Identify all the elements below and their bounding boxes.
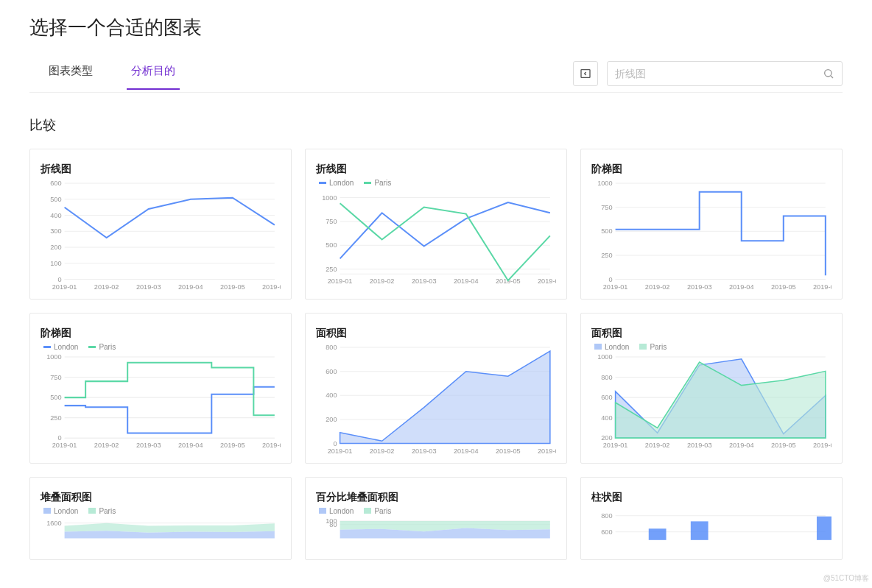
percent-stacked-area-chart: 80100	[316, 517, 556, 550]
legend-label: London	[329, 507, 354, 515]
legend: London Paris	[319, 507, 556, 515]
svg-text:600: 600	[601, 528, 612, 535]
chart-card[interactable]: 阶梯图 025050075010002019-012019-022019-032…	[580, 149, 843, 300]
collapse-button[interactable]	[573, 61, 598, 86]
svg-text:600: 600	[50, 180, 61, 187]
legend-label: Paris	[99, 507, 116, 515]
svg-text:2019-02: 2019-02	[645, 283, 670, 291]
svg-text:1000: 1000	[46, 353, 61, 361]
legend: London Paris	[43, 507, 281, 515]
tab-chart-type[interactable]: 图表类型	[44, 64, 97, 90]
svg-text:750: 750	[601, 204, 612, 211]
svg-rect-119	[817, 516, 831, 539]
svg-text:600: 600	[326, 368, 337, 375]
controls-row: 图表类型 分析目的	[29, 61, 843, 93]
svg-text:2019-02: 2019-02	[370, 447, 395, 455]
svg-text:2019-01: 2019-01	[328, 277, 353, 285]
chart-card[interactable]: 折线图 01002003004005006002019-012019-02201…	[29, 149, 292, 300]
tab-analysis-purpose[interactable]: 分析目的	[127, 64, 180, 90]
chart-card[interactable]: 折线图 London Paris 25050075010002019-01201…	[305, 149, 567, 300]
svg-text:2019-03: 2019-03	[687, 283, 712, 291]
svg-text:2019-02: 2019-02	[370, 277, 395, 285]
chart-title: 阶梯图	[591, 163, 831, 176]
legend-label: Paris	[99, 343, 116, 351]
svg-text:2019-05: 2019-05	[220, 442, 245, 449]
legend-label: London	[54, 343, 78, 351]
svg-text:0: 0	[333, 439, 337, 447]
svg-text:2019-03: 2019-03	[687, 442, 712, 449]
svg-text:2019-06: 2019-06	[813, 283, 831, 291]
step-chart-multi: 025050075010002019-012019-022019-032019-…	[41, 353, 281, 450]
svg-text:400: 400	[50, 212, 61, 219]
svg-text:400: 400	[601, 414, 612, 422]
svg-text:2019-02: 2019-02	[645, 442, 670, 449]
chart-card[interactable]: 阶梯图 London Paris 025050075010002019-0120…	[29, 313, 292, 464]
area-chart-multi: 20040060080010002019-012019-022019-03201…	[591, 353, 831, 450]
search-input[interactable]	[615, 68, 823, 79]
svg-text:2019-04: 2019-04	[454, 447, 479, 455]
svg-text:2019-06: 2019-06	[262, 442, 281, 449]
svg-text:1000: 1000	[322, 194, 337, 202]
svg-text:1000: 1000	[597, 180, 612, 187]
svg-text:200: 200	[50, 244, 61, 251]
tabs: 图表类型 分析目的	[29, 64, 180, 90]
chart-title: 百分比堆叠面积图	[316, 491, 556, 504]
svg-rect-117	[649, 528, 667, 539]
search-box[interactable]	[607, 61, 843, 86]
svg-text:2019-04: 2019-04	[729, 283, 754, 291]
svg-text:800: 800	[326, 344, 337, 351]
chart-title: 柱状图	[591, 491, 831, 504]
svg-text:2019-02: 2019-02	[94, 283, 119, 291]
chart-card[interactable]: 面积图 London Paris 20040060080010002019-01…	[580, 313, 843, 464]
svg-text:800: 800	[601, 511, 612, 519]
chart-grid: 折线图 01002003004005006002019-012019-02201…	[29, 149, 843, 560]
chart-title: 面积图	[316, 327, 556, 340]
chart-card[interactable]: 百分比堆叠面积图 London Paris 80100	[305, 477, 567, 560]
svg-text:800: 800	[601, 373, 612, 380]
chart-card[interactable]: 堆叠面积图 London Paris 1600	[29, 477, 292, 560]
svg-text:250: 250	[326, 266, 337, 273]
page-title: 选择一个合适的图表	[29, 15, 843, 40]
chart-title: 折线图	[41, 163, 281, 176]
chart-card[interactable]: 面积图 02004006008002019-012019-022019-0320…	[305, 313, 567, 464]
svg-text:2019-04: 2019-04	[454, 277, 479, 285]
svg-text:500: 500	[326, 241, 337, 249]
svg-text:2019-05: 2019-05	[771, 442, 796, 449]
svg-text:2019-03: 2019-03	[136, 283, 161, 291]
svg-text:2019-01: 2019-01	[603, 442, 628, 449]
svg-text:2019-03: 2019-03	[412, 447, 437, 455]
svg-text:2019-06: 2019-06	[262, 283, 281, 291]
svg-rect-0	[581, 70, 590, 78]
svg-text:0: 0	[57, 276, 61, 283]
svg-text:2019-01: 2019-01	[328, 447, 353, 455]
legend: London Paris	[319, 179, 556, 187]
svg-text:1600: 1600	[46, 519, 61, 526]
svg-text:2019-06: 2019-06	[538, 277, 556, 285]
legend: London Paris	[43, 343, 281, 351]
panel-collapse-icon	[580, 68, 591, 79]
svg-text:2019-02: 2019-02	[94, 442, 119, 449]
chart-card[interactable]: 柱状图 600800	[580, 477, 843, 560]
svg-text:250: 250	[50, 414, 61, 422]
chart-title: 堆叠面积图	[41, 491, 281, 504]
svg-text:2019-03: 2019-03	[412, 277, 437, 285]
svg-text:2019-03: 2019-03	[136, 442, 161, 449]
area-chart-single: 02004006008002019-012019-022019-032019-0…	[316, 343, 556, 456]
legend-label: London	[329, 179, 354, 187]
legend-label: Paris	[374, 507, 391, 515]
svg-text:2019-04: 2019-04	[178, 283, 203, 291]
svg-text:2019-01: 2019-01	[603, 283, 628, 291]
svg-text:600: 600	[601, 394, 612, 401]
svg-text:100: 100	[50, 260, 61, 267]
svg-text:2019-05: 2019-05	[771, 283, 796, 291]
svg-text:2019-01: 2019-01	[52, 283, 77, 291]
svg-text:2019-04: 2019-04	[729, 442, 754, 449]
svg-text:750: 750	[50, 373, 61, 380]
svg-text:2019-04: 2019-04	[178, 442, 203, 449]
svg-text:2019-05: 2019-05	[220, 283, 245, 291]
stacked-area-chart: 1600	[41, 517, 281, 550]
svg-text:2019-06: 2019-06	[538, 447, 556, 455]
svg-text:400: 400	[326, 392, 337, 399]
svg-text:2019-05: 2019-05	[496, 447, 521, 455]
legend-label: Paris	[650, 343, 667, 351]
